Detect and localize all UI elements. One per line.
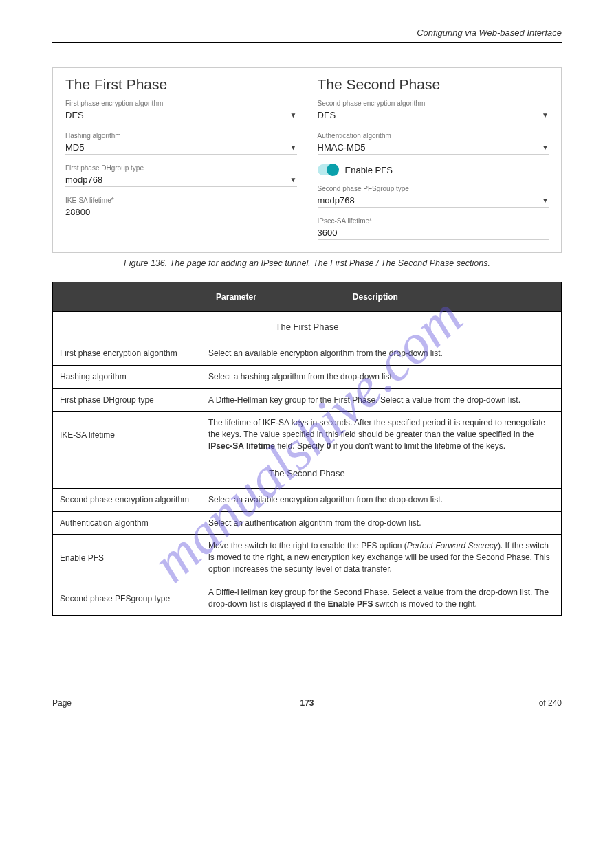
footer-right: of 240 [539,698,562,708]
param-desc: The lifetime of IKE-SA keys in seconds. … [201,412,562,458]
field-value: HMAC-MD5 [318,142,366,153]
section-first-phase: The First Phase [53,312,562,342]
desc-italic: Perfect Forward Secrecy [407,541,498,550]
chevron-down-icon: ▼ [290,111,297,119]
param-name: Second phase encryption algorithm [53,488,201,511]
desc-bold: IPsec-SA lifetime [208,441,275,451]
desc-text: The lifetime of IKE-SA keys in seconds. … [208,418,545,439]
dhgroup-field[interactable]: First phase DHgroup type modp768 ▼ [65,164,297,187]
field-value: MD5 [65,142,84,153]
enable-pfs-row[interactable]: Enable PFS [318,164,549,175]
ike-sa-field[interactable]: IKE-SA lifetime* 28800 [65,197,297,219]
hashing-field[interactable]: Hashing algorithm MD5 ▼ [65,132,297,155]
header-right: Configuring via Web-based Interface [417,27,562,38]
param-desc: Select an available encryption algorithm… [201,342,562,366]
param-name: First phase DHgroup type [53,388,201,412]
param-desc: Select an authentication algorithm from … [201,511,562,535]
table-row: Second phase PFSgroup type A Diffie-Hell… [53,581,562,616]
field-label: Second phase encryption algorithm [318,100,549,107]
field-label: Authentication algorithm [318,132,549,140]
field-label: Hashing algorithm [65,132,297,140]
toggle-switch[interactable] [318,164,338,175]
second-phase-title: The Second Phase [318,76,549,93]
page-footer: Page 173 of 240 [52,698,562,708]
desc-text: Move the switch to the right to enable t… [208,541,407,550]
field-value: 28800 [65,207,90,217]
desc-bold: Enable PFS [327,599,373,609]
table-row: Hashing algorithm Select a hashing algor… [53,365,562,388]
field-label: IPsec-SA lifetime* [318,217,549,225]
param-name: Enable PFS [53,535,201,581]
param-name: Second phase PFSgroup type [53,581,201,616]
settings-figure: The First Phase First phase encryption a… [52,67,562,253]
param-name: Hashing algorithm [53,365,201,388]
auth-algo-field[interactable]: Authentication algorithm HMAC-MD5 ▼ [318,132,549,155]
desc-text: switch is moved to the right. [373,599,476,609]
param-desc: Select a hashing algorithm from the drop… [201,365,562,388]
footer-left: Page [52,698,72,708]
chevron-down-icon: ▼ [290,144,297,151]
field-value: modp768 [318,195,355,205]
first-phase-title: The First Phase [65,76,297,93]
th-desc: Description [353,292,398,302]
param-desc: A Diffie-Hellman key group for the Secon… [201,581,562,616]
table-row: IKE-SA lifetime The lifetime of IKE-SA k… [53,412,562,458]
param-desc: A Diffie-Hellman key group for the First… [201,388,562,412]
chevron-down-icon: ▼ [290,176,297,183]
first-phase-column: The First Phase First phase encryption a… [65,76,297,249]
second-phase-enc-field[interactable]: Second phase encryption algorithm DES ▼ [318,100,549,122]
param-name: First phase encryption algorithm [53,342,201,366]
field-label: IKE-SA lifetime* [65,197,297,204]
table-row: Authentication algorithm Select an authe… [53,511,562,535]
chevron-down-icon: ▼ [542,197,549,204]
chevron-down-icon: ▼ [542,111,549,119]
field-label: First phase encryption algorithm [65,100,297,107]
param-desc: Select an available encryption algorithm… [201,488,562,511]
th-param: Parameter [216,292,256,302]
table-row: Enable PFS Move the switch to the right … [53,535,562,581]
pfsgroup-field[interactable]: Second phase PFSgroup type modp768 ▼ [318,185,549,208]
page-header: Configuring via Web-based Interface [52,27,562,43]
toggle-label: Enable PFS [345,165,393,175]
figure-caption: Figure 136. The page for adding an IPsec… [52,258,562,268]
field-value: DES [318,110,336,120]
param-name: IKE-SA lifetime [53,412,201,458]
ipsec-sa-field[interactable]: IPsec-SA lifetime* 3600 [318,217,549,240]
field-value: 3600 [318,227,338,238]
field-label: Second phase PFSgroup type [318,185,549,192]
table-row: Second phase encryption algorithm Select… [53,488,562,511]
table-row: First phase DHgroup type A Diffie-Hellma… [53,388,562,412]
first-phase-enc-field[interactable]: First phase encryption algorithm DES ▼ [65,100,297,122]
field-label: First phase DHgroup type [65,164,297,172]
chevron-down-icon: ▼ [542,144,549,151]
param-desc: Move the switch to the right to enable t… [201,535,562,581]
desc-text: if you don't want to limit the lifetime … [331,441,505,451]
footer-page-number: 173 [300,698,314,708]
field-value: DES [65,110,84,120]
section-second-phase: The Second Phase [53,458,562,488]
parameters-table: Parameter Description The First Phase Fi… [52,282,562,616]
field-value: modp768 [65,175,102,185]
desc-text: field. Specify [275,441,327,451]
toggle-knob-icon [327,164,339,176]
second-phase-column: The Second Phase Second phase encryption… [318,76,549,249]
table-row: First phase encryption algorithm Select … [53,342,562,366]
table-header-bar: Parameter Description [53,282,562,312]
param-name: Authentication algorithm [53,511,201,535]
